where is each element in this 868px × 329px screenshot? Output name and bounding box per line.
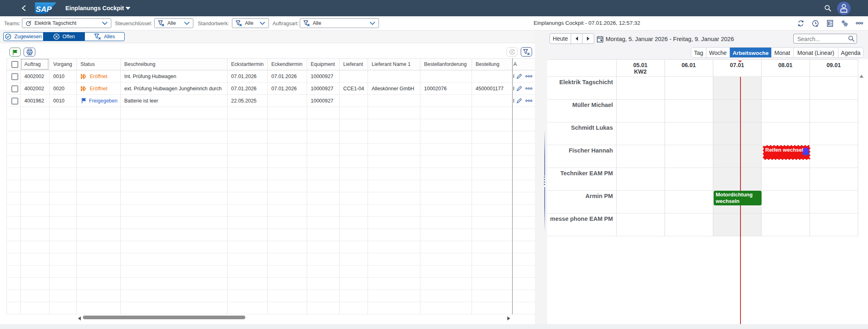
svg-text:SAP: SAP: [36, 5, 52, 13]
